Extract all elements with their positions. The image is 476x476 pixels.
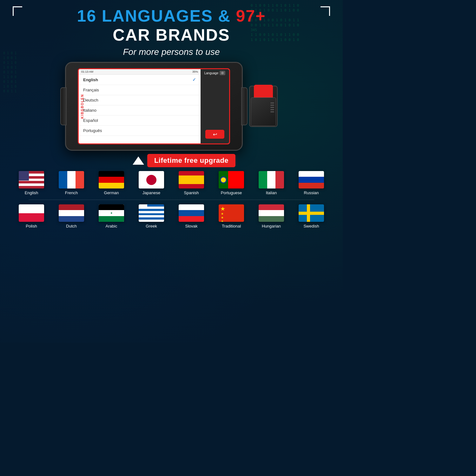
flag-ru	[299, 171, 324, 188]
lang-label-french: French	[65, 190, 78, 195]
obd-grip-lines	[270, 102, 274, 112]
language-list[interactable]: English ✓ Français Deutsch Italiano	[79, 75, 201, 136]
lang-cell-hungarian: Hungarian	[253, 204, 290, 228]
flag-it	[259, 171, 284, 188]
upgrade-section: Lifetime free upgrade	[10, 154, 333, 167]
lang-label-italian: Italian	[266, 190, 277, 195]
lang-cell-german: German	[93, 171, 130, 195]
back-button[interactable]: ↩	[205, 130, 224, 139]
title-block: 16 LANGUAGES & 97+ CAR BRANDS	[77, 6, 266, 44]
lang-name-italian: Italiano	[83, 108, 96, 113]
grip-line-4	[270, 109, 274, 110]
lang-name-german: Deutsch	[83, 98, 98, 102]
grip-line-5	[270, 111, 274, 112]
flag-pl	[19, 204, 44, 222]
lang-label-greek: Greek	[146, 224, 157, 228]
lang-item-french[interactable]: Français	[79, 85, 201, 95]
flag-sk	[179, 204, 204, 222]
lang-cell-italian: Italian	[253, 171, 290, 195]
title-97plus: 97+	[236, 7, 266, 25]
flag-fr	[59, 171, 84, 188]
obd-body	[251, 97, 276, 126]
flag-pt	[219, 171, 244, 188]
lang-label-russian: Russian	[304, 190, 319, 195]
status-bar: 01:13 AM 35%	[79, 69, 201, 75]
scanner-left-grip	[60, 87, 67, 125]
check-mark: ✓	[192, 77, 196, 82]
lang-cell-slovak: Slovak	[173, 204, 210, 228]
lang-cell-portuguese: Portuguese	[213, 171, 250, 195]
upgrade-arrow	[133, 156, 144, 165]
lang-name-portuguese: Português	[83, 128, 102, 133]
flag-hu	[259, 204, 284, 222]
lang-label-arabic: Arabic	[106, 224, 117, 228]
flag-cn: ★ ★ ★ ★ ★	[219, 204, 244, 222]
lang-cell-greek: Greek	[133, 204, 170, 228]
lang-item-italian[interactable]: Italiano	[79, 105, 201, 116]
lang-cell-spanish: Spanish	[173, 171, 210, 195]
obd-connector	[249, 86, 278, 127]
lang-name-spanish: Español	[83, 118, 98, 123]
lang-label-traditional: Traditional	[222, 224, 241, 228]
lang-item-english[interactable]: English ✓	[79, 75, 201, 85]
lang-label-spanish: Spanish	[184, 190, 199, 195]
divider	[29, 200, 314, 200]
cn-star-s2: ★	[221, 216, 224, 219]
sidebar-header: Language	[204, 71, 226, 75]
lang-item-german[interactable]: Deutsch	[79, 95, 201, 105]
scanner-device: KIBGBOLEN 01:13 AM 35% English ✓ Fran	[65, 62, 243, 151]
device-section: KIBGBOLEN 01:13 AM 35% English ✓ Fran	[10, 62, 333, 151]
lang-item-spanish[interactable]: Español	[79, 116, 201, 126]
obd-top	[254, 85, 273, 97]
lang-name-french: Français	[83, 88, 99, 92]
screen-main: 01:13 AM 35% English ✓ Français Deutsch	[79, 69, 201, 143]
lang-label-german: German	[104, 190, 119, 195]
screen-sidebar: Language ↩	[201, 69, 229, 143]
language-row-2: Polish Dutch ✦	[13, 204, 330, 228]
title-number: 16	[77, 7, 96, 25]
cn-star-large: ★	[220, 206, 226, 212]
lang-item-portuguese[interactable]: Português	[79, 126, 201, 136]
lang-label-slovak: Slovak	[185, 224, 197, 228]
cn-stars-small: ★ ★ ★ ★	[221, 212, 224, 222]
flag-de	[99, 171, 124, 188]
lang-cell-arabic: ✦ Arabic	[93, 204, 130, 228]
language-row-1: English French German	[13, 171, 330, 195]
title-car-brands: CAR BRANDS	[77, 25, 266, 44]
se-cross-horizontal	[299, 212, 324, 215]
grip-line-3	[270, 107, 274, 108]
lang-name-english: English	[83, 77, 98, 82]
lang-label-swedish: Swedish	[303, 224, 319, 228]
flag-ar: ✦	[99, 204, 124, 222]
cn-star-s1: ★	[221, 212, 224, 215]
lang-cell-swedish: Swedish	[293, 204, 330, 228]
language-grid: English French German	[10, 171, 333, 228]
brand-label: KIBGBOLEN	[81, 94, 84, 119]
lang-label-dutch: Dutch	[66, 224, 77, 228]
subtitle: For more persons to use	[123, 47, 220, 57]
flag-jp	[139, 171, 164, 188]
camera-icon	[220, 71, 225, 75]
lang-label-japanese: Japanese	[142, 190, 160, 195]
flag-gr	[139, 204, 164, 222]
battery-display: 35%	[192, 70, 198, 73]
lang-cell-dutch: Dutch	[53, 204, 90, 228]
cn-star-s3: ★	[221, 220, 224, 222]
title-languages: LANGUAGES &	[102, 7, 231, 25]
flag-us	[19, 171, 44, 188]
lang-cell-traditional: ★ ★ ★ ★ ★ Traditional	[213, 204, 250, 228]
flag-se	[299, 204, 324, 222]
time-display: 01:13 AM	[81, 70, 93, 73]
lang-cell-japanese: Japanese	[133, 171, 170, 195]
se-cross-vertical	[307, 204, 310, 222]
arabic-star: ✦	[110, 211, 113, 215]
lang-label-polish: Polish	[26, 224, 37, 228]
flag-es	[179, 171, 204, 188]
lang-label-hungarian: Hungarian	[262, 224, 281, 228]
lang-cell-french: French	[53, 171, 90, 195]
lang-cell-english: English	[13, 171, 50, 195]
flag-nl	[59, 204, 84, 222]
scanner-right-grip	[241, 87, 248, 125]
lang-cell-polish: Polish	[13, 204, 50, 228]
lang-label-portuguese: Portuguese	[221, 190, 242, 195]
